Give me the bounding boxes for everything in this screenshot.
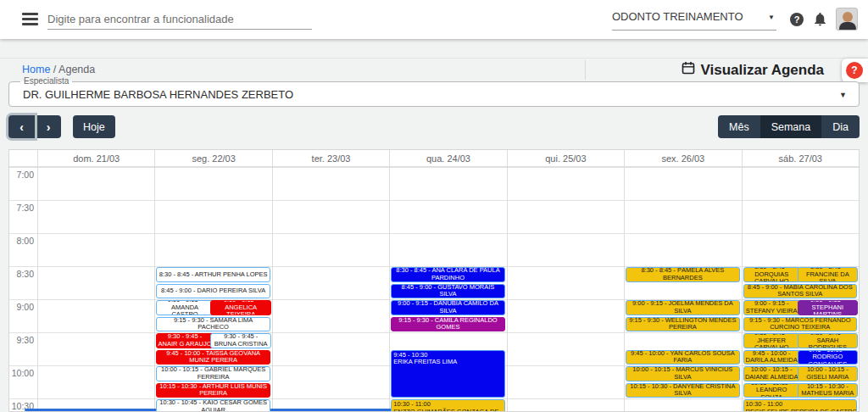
next-week-button[interactable]: › bbox=[35, 115, 61, 138]
day-column[interactable] bbox=[272, 167, 389, 412]
calendar-event[interactable]: 8:45 - 9:00 - MABIA CAROLINA DOS SANTOS … bbox=[743, 284, 857, 299]
time-label: 8:00 bbox=[9, 236, 34, 246]
calendar-event[interactable]: 9:00 - 9:15 - DANUBIA CAMILO DA SILVA bbox=[391, 300, 504, 315]
clinic-selector[interactable]: ODONTO TREINAMENTO ▼ bbox=[612, 10, 776, 31]
chevron-down-icon: ▼ bbox=[839, 91, 847, 99]
calendar-event[interactable]: 9:15 - 9:30 - CAMILA REGINALDO GOMES bbox=[391, 317, 504, 332]
user-avatar[interactable] bbox=[836, 8, 858, 31]
event-label: 9:00 - 9:15 - STEFANY VIEIRA bbox=[744, 300, 799, 315]
event-label: 10:15 - 10:30 - DANYENE CRISTINA SILVA bbox=[626, 383, 738, 398]
calendar-event[interactable]: 10:00 - 10:15 - DAIANE ALMEIDA bbox=[743, 366, 800, 381]
day-header: qua. 24/03 bbox=[389, 150, 506, 166]
calendar-event[interactable]: 10:30 - 10:45 - KAIO CESAR GOMES AGUIAR bbox=[156, 399, 270, 412]
previous-week-button[interactable]: ‹ bbox=[8, 115, 35, 138]
bell-icon[interactable] bbox=[812, 11, 829, 28]
event-label: 10:00 - 10:15 - DAIANE ALMEIDA bbox=[744, 366, 799, 381]
calendar-event[interactable]: 10:30 - 11:00REGIS FELIPE PEREIRA DE CAS… bbox=[743, 399, 857, 412]
event-label: 9:15 - 9:30 - WELLINGTON MENDES PEREIRA bbox=[626, 317, 738, 331]
calendar-event[interactable]: 10:30 - 11:00ENZZO GUIMARÃES GONZAGA DE bbox=[391, 399, 504, 412]
day-header: sáb. 27/03 bbox=[742, 150, 859, 166]
event-label: 9:30 - 9:45 - SARAH RODRIGUES bbox=[798, 333, 857, 348]
calendar-event[interactable]: 8:30 - 8:45 - ARTHUR PENHA LOPES bbox=[156, 267, 270, 282]
day-column[interactable] bbox=[37, 167, 154, 412]
day-column[interactable] bbox=[507, 167, 624, 412]
event-label: 8:30 - 8:45 - FRANCINE DA SILVA bbox=[798, 267, 857, 282]
today-button[interactable]: Hoje bbox=[73, 115, 115, 138]
calendar-event[interactable]: 9:30 - 9:45 - BRUNA CRISTINA bbox=[210, 333, 270, 348]
search-input[interactable] bbox=[47, 9, 312, 30]
event-label: 8:45 - 9:00 - MABIA CAROLINA DOS SANTOS … bbox=[744, 284, 856, 298]
calendar-event[interactable]: 10:00 - 10:15 - GABRIEL MARQUES FERREIRA bbox=[156, 366, 270, 381]
calendar-event[interactable]: 9:30 - 9:45 - ANAIR G ARAUJO bbox=[156, 333, 213, 348]
view-button-semana[interactable]: Semana bbox=[760, 115, 822, 138]
day-column[interactable]: 8:30 - 8:45 - ANA CLARA DE PAULA PARDINH… bbox=[389, 167, 506, 412]
breadcrumb-current: Agenda bbox=[58, 64, 95, 75]
calendar-body: 7:007:308:008:309:009:3010:0010:308:30 -… bbox=[9, 167, 859, 412]
day-column[interactable]: 8:30 - 8:45 - DORQUIAS CARVALHO8:30 - 8:… bbox=[742, 167, 859, 412]
event-label: 8:45 - 9:00 - DARIO PEREIRA SILVA bbox=[157, 287, 269, 295]
event-label: 9:30 - 9:45 - ANAIR G ARAUJO bbox=[157, 333, 212, 348]
calendar-event[interactable]: 9:45 - 10:00 - RODRIGO GONÇALVES bbox=[798, 350, 858, 365]
calendar-event[interactable]: 8:30 - 8:45 - ANA CLARA DE PAULA PARDINH… bbox=[391, 267, 504, 282]
event-label: 9:00 - 9:15 - AMANDA CASTRO bbox=[157, 300, 212, 315]
help-icon[interactable]: ? bbox=[788, 11, 805, 28]
calendar-event[interactable]: 10:00 - 10:15 - GISELI MARIA bbox=[798, 366, 858, 381]
calendar-event[interactable]: 8:30 - 8:45 - PÂMELA ALVES BERNARDES bbox=[626, 267, 739, 282]
topbar: ODONTO TREINAMENTO ▼ ? bbox=[0, 0, 868, 39]
event-label: 9:00 - 9:15 - DANUBIA CAMILO DA SILVA bbox=[392, 300, 504, 315]
menu-icon[interactable] bbox=[22, 13, 38, 25]
calendar-event[interactable]: 9:00 - 9:15 - STEPHANI MARTINS bbox=[798, 300, 858, 315]
calendar-event[interactable]: 9:45 - 10:30ERIKA FREITAS LIMA bbox=[391, 350, 504, 398]
day-header: dom. 21/03 bbox=[37, 150, 154, 166]
calendar-event[interactable]: 8:45 - 9:00 - GUSTAVO MORAIS SILVA bbox=[391, 284, 504, 299]
calendar-event[interactable]: 9:15 - 9:30 - SAMARA LIMA PACHECO bbox=[156, 317, 270, 332]
prev-next-group: ‹› bbox=[8, 115, 61, 138]
calendar-event[interactable]: 9:30 - 9:45 - JHEFFER CARVALHO bbox=[743, 333, 800, 348]
time-label: 9:00 bbox=[9, 302, 34, 312]
time-label: 9:30 bbox=[9, 335, 34, 345]
event-label: 10:00 - 10:15 - GISELI MARIA bbox=[798, 366, 857, 381]
calendar-event[interactable]: 9:00 - 9:15 - JOELMA MENDES DA SILVA bbox=[626, 300, 739, 315]
calendar-event[interactable]: 10:00 - 10:15 - MARCUS VINICIUS SILVA bbox=[626, 366, 739, 381]
calendar-event[interactable]: 8:45 - 9:00 - DARIO PEREIRA SILVA bbox=[156, 284, 270, 299]
day-column[interactable]: 8:30 - 8:45 - PÂMELA ALVES BERNARDES9:00… bbox=[624, 167, 741, 412]
calendar-event[interactable]: 9:15 - 9:30 - WELLINGTON MENDES PEREIRA bbox=[626, 317, 739, 332]
calendar-event[interactable]: 8:30 - 8:45 - FRANCINE DA SILVA bbox=[798, 267, 858, 282]
calendar-event[interactable]: 9:45 - 10:00 - DARILA ALMEIDA bbox=[743, 350, 800, 365]
breadcrumb-home-link[interactable]: Home bbox=[22, 64, 50, 75]
svg-text:?: ? bbox=[794, 14, 800, 25]
event-label: 9:45 - 10:00 - TAISSA GEOVANA MUNIZ PERE… bbox=[157, 350, 269, 365]
calendar-event[interactable]: 10:15 - 10:30 - ARTHUR LUIS MUNIS PEREIR… bbox=[156, 383, 270, 398]
day-header: qui. 25/03 bbox=[507, 150, 624, 166]
calendar-event[interactable]: 9:30 - 9:45 - SARAH RODRIGUES bbox=[798, 333, 858, 348]
time-gutter-header bbox=[9, 150, 37, 166]
event-label: 10:00 - 10:15 - GABRIEL MARQUES FERREIRA bbox=[157, 366, 269, 381]
calendar-event[interactable]: 9:00 - 9:15 - STEFANY VIEIRA bbox=[743, 300, 800, 315]
calendar-event[interactable]: 10:15 - 10:30 - LEANDRO SOUZA bbox=[743, 383, 800, 398]
calendar-icon bbox=[682, 61, 695, 79]
calendar-event[interactable]: 9:00 - 9:15 - ANGELICA TEIXEIRA bbox=[210, 300, 270, 315]
time-label: 7:30 bbox=[9, 203, 34, 213]
calendar-event[interactable]: 10:15 - 10:30 - DANYENE CRISTINA SILVA bbox=[626, 383, 739, 398]
view-button-dia[interactable]: Dia bbox=[821, 115, 860, 138]
calendar-event[interactable]: 9:45 - 10:00 - TAISSA GEOVANA MUNIZ PERE… bbox=[156, 350, 270, 365]
clinic-selector-value: ODONTO TREINAMENTO bbox=[612, 10, 743, 23]
view-button-mês[interactable]: Mês bbox=[718, 115, 760, 138]
specialist-label: Especialista bbox=[20, 76, 72, 86]
specialist-select[interactable]: Especialista DR. GUILHERME BARBOSA HERNA… bbox=[8, 81, 860, 107]
event-label: 9:45 - 10:00 - DARILA ALMEIDA bbox=[744, 350, 799, 365]
calendar-event[interactable]: 10:15 - 10:30 - MATHEUS MARIA bbox=[798, 383, 858, 398]
day-column[interactable]: 8:30 - 8:45 - ARTHUR PENHA LOPES8:45 - 9… bbox=[154, 167, 271, 412]
calendar-event[interactable]: 9:45 - 10:00 - YAN CARLOS SOUSA FARIA bbox=[626, 350, 739, 365]
time-label: 7:00 bbox=[9, 170, 34, 180]
divider bbox=[585, 60, 586, 80]
breadcrumb-bar: Home / Agenda Visualizar Agenda ? bbox=[0, 58, 868, 81]
question-icon: ? bbox=[846, 62, 863, 79]
calendar-event[interactable]: 9:15 - 9:30 - MARCOS FERNANDO CURCINO TE… bbox=[743, 317, 857, 332]
floating-help-button[interactable]: ? bbox=[842, 58, 868, 82]
calendar-event[interactable]: 9:00 - 9:15 - AMANDA CASTRO bbox=[156, 300, 213, 315]
event-label: 10:30 - 10:45 - KAIO CESAR GOMES AGUIAR bbox=[157, 399, 269, 412]
page-title: Visualizar Agenda bbox=[682, 61, 825, 79]
calendar-event[interactable]: 8:30 - 8:45 - DORQUIAS CARVALHO bbox=[743, 267, 800, 282]
event-label: 9:45 - 10:00 - YAN CARLOS SOUSA FARIA bbox=[626, 350, 738, 365]
